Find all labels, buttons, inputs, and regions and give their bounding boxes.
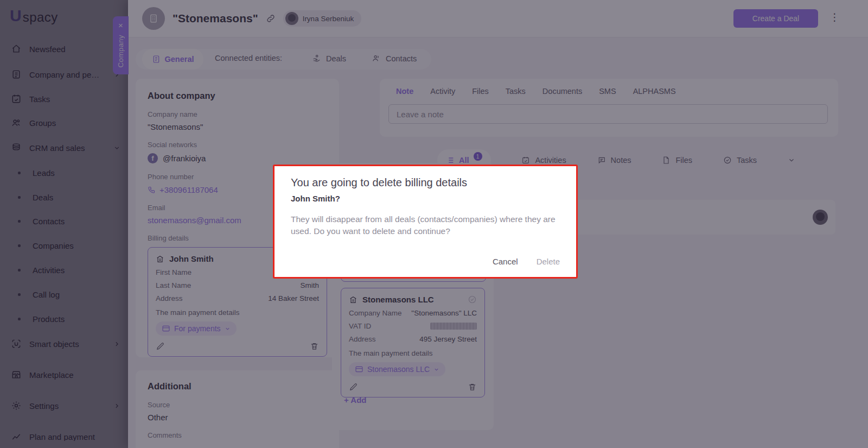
delete-billing-confirm-dialog: You are going to delete billing details … [273, 165, 578, 279]
dialog-subtitle: John Smith? [291, 194, 560, 203]
delete-button[interactable]: Delete [537, 257, 560, 266]
dialog-body: They will disappear from all deals (cont… [291, 213, 560, 238]
dialog-title: You are going to delete billing details [291, 176, 560, 189]
cancel-button[interactable]: Cancel [493, 257, 518, 266]
app-window: U spacy Newsfeed Company and pe… Tasks G… [0, 0, 868, 448]
